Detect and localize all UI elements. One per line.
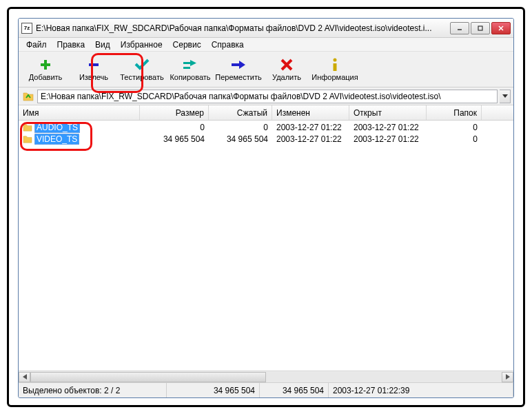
close-button[interactable] — [491, 22, 511, 34]
status-date: 2003-12-27 01:22:39 — [329, 383, 513, 397]
svg-rect-9 — [183, 67, 190, 69]
window-title: E:\Новая папка\FIX_RW_SDCARD\Рабочая пап… — [36, 23, 450, 33]
titlebar: 7z E:\Новая папка\FIX_RW_SDCARD\Рабочая … — [19, 19, 513, 38]
extract-label: Извлечь — [79, 73, 108, 81]
svg-marker-8 — [190, 60, 196, 66]
svg-marker-17 — [23, 374, 27, 380]
modified-cell: 2003-12-27 01:22 — [272, 134, 349, 144]
opened-cell: 2003-12-27 01:22 — [349, 134, 427, 144]
scroll-left-button[interactable] — [19, 372, 30, 382]
folder-icon — [23, 123, 32, 132]
delete-label: Удалить — [272, 73, 301, 81]
add-button[interactable]: Добавить — [21, 53, 70, 86]
info-icon — [327, 58, 343, 72]
menubar: Файл Правка Вид Избранное Сервис Справка — [19, 38, 513, 52]
status-size: 34 965 504 — [167, 383, 260, 397]
folder-name: VIDEO_TS — [34, 134, 79, 145]
svg-rect-15 — [334, 63, 337, 71]
horizontal-scrollbar[interactable] — [19, 371, 513, 382]
col-size[interactable]: Размер — [140, 105, 209, 120]
status-selected: Выделено объектов: 2 / 2 — [19, 383, 167, 397]
copy-arrow-icon — [182, 58, 198, 72]
folder-icon — [23, 135, 32, 143]
scroll-track[interactable] — [30, 372, 502, 382]
col-opened[interactable]: Открыт — [349, 105, 427, 120]
file-list[interactable]: AUDIO_TS 0 0 2003-12-27 01:22 2003-12-27… — [19, 121, 513, 371]
size-cell: 34 965 504 — [140, 134, 209, 144]
test-button[interactable]: Тестировать — [118, 53, 166, 86]
copy-label: Копировать — [170, 73, 210, 81]
name-cell: VIDEO_TS — [19, 134, 140, 145]
app-window: 7z E:\Новая папка\FIX_RW_SDCARD\Рабочая … — [18, 18, 514, 398]
svg-rect-7 — [183, 62, 190, 64]
move-button[interactable]: Переместить — [214, 53, 263, 86]
copy-button[interactable]: Копировать — [166, 53, 214, 86]
path-dropdown[interactable] — [500, 90, 511, 103]
menu-view[interactable]: Вид — [90, 39, 115, 51]
list-item[interactable]: AUDIO_TS 0 0 2003-12-27 01:22 2003-12-27… — [19, 121, 513, 133]
minus-icon — [85, 58, 102, 72]
opened-cell: 2003-12-27 01:22 — [349, 123, 427, 132]
folders-cell: 0 — [427, 123, 482, 132]
col-modified[interactable]: Изменен — [272, 105, 349, 120]
svg-marker-11 — [239, 61, 245, 69]
list-item[interactable]: VIDEO_TS 34 965 504 34 965 504 2003-12-2… — [19, 133, 513, 145]
packed-cell: 34 965 504 — [209, 134, 272, 144]
info-button[interactable]: Информация — [311, 53, 359, 86]
info-label: Информация — [311, 73, 358, 81]
extract-button[interactable]: Извлечь — [70, 53, 118, 86]
menu-file[interactable]: Файл — [21, 39, 52, 51]
svg-rect-1 — [478, 26, 482, 30]
app-icon: 7z — [21, 23, 32, 34]
menu-help[interactable]: Справка — [207, 39, 249, 51]
name-cell: AUDIO_TS — [19, 122, 140, 133]
minimize-button[interactable] — [450, 22, 469, 34]
status-packed: 34 965 504 — [260, 383, 329, 397]
statusbar: Выделено объектов: 2 / 2 34 965 504 34 9… — [19, 382, 513, 397]
column-headers: Имя Размер Сжатый Изменен Открыт Папок — [19, 105, 513, 121]
scroll-right-button[interactable] — [502, 372, 513, 382]
svg-marker-16 — [502, 94, 508, 98]
move-label: Переместить — [215, 73, 261, 81]
menu-tools[interactable]: Сервис — [168, 39, 206, 51]
annotation-frame: 7z E:\Новая папка\FIX_RW_SDCARD\Рабочая … — [7, 7, 525, 407]
col-packed[interactable]: Сжатый — [209, 105, 272, 120]
delete-button[interactable]: Удалить — [263, 53, 311, 86]
folder-name: AUDIO_TS — [34, 122, 80, 133]
toolbar: Добавить Извлечь Тестировать Копировать … — [19, 52, 513, 87]
move-arrow-icon — [230, 58, 247, 72]
size-cell: 0 — [140, 123, 209, 132]
col-name[interactable]: Имя — [19, 105, 140, 120]
svg-rect-5 — [41, 63, 50, 66]
delete-x-icon — [278, 58, 295, 72]
col-folders[interactable]: Папок — [427, 105, 482, 120]
address-bar: E:\Новая папка\FIX_RW_SDCARD\Рабочая пап… — [19, 87, 513, 105]
menu-edit[interactable]: Правка — [52, 39, 90, 51]
svg-point-14 — [334, 58, 337, 61]
up-folder-icon[interactable] — [21, 90, 35, 103]
test-label: Тестировать — [120, 73, 164, 81]
menu-favorites[interactable]: Избранное — [116, 39, 167, 51]
svg-rect-10 — [232, 63, 239, 66]
svg-marker-18 — [506, 374, 510, 380]
maximize-button[interactable] — [471, 22, 490, 34]
plus-icon — [37, 58, 54, 72]
scroll-thumb[interactable] — [30, 372, 266, 382]
check-icon — [134, 58, 150, 72]
svg-rect-6 — [89, 63, 99, 66]
path-input[interactable]: E:\Новая папка\FIX_RW_SDCARD\Рабочая пап… — [37, 90, 498, 103]
packed-cell: 0 — [209, 123, 272, 132]
add-label: Добавить — [29, 73, 63, 81]
folders-cell: 0 — [427, 134, 482, 144]
modified-cell: 2003-12-27 01:22 — [272, 123, 349, 132]
